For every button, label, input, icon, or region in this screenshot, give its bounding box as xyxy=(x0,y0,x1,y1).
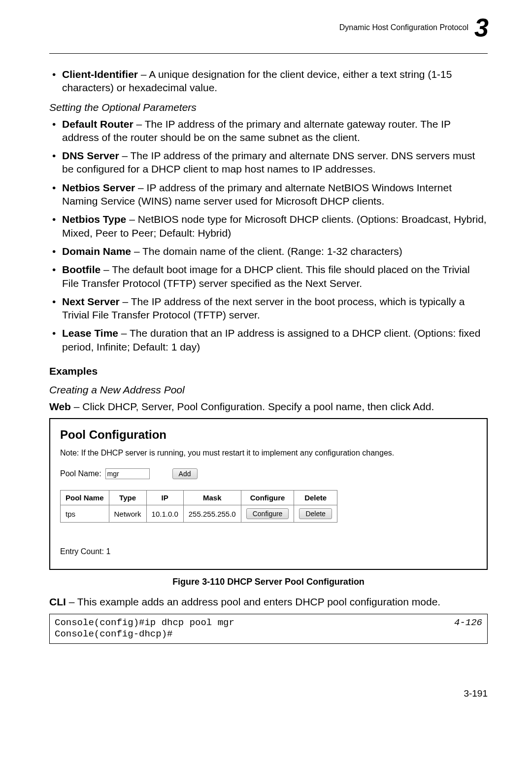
col-pool-name: Pool Name xyxy=(61,491,109,505)
term: Default Router xyxy=(62,118,133,130)
col-configure: Configure xyxy=(241,491,294,505)
cli-page-ref: 4-126 xyxy=(454,617,482,629)
examples-heading: Examples xyxy=(49,365,488,377)
col-ip: IP xyxy=(146,491,183,505)
term: Netbios Type xyxy=(62,213,126,225)
header-title: Dynamic Host Configuration Protocol xyxy=(339,23,468,32)
cell-ip: 10.1.0.0 xyxy=(146,505,183,523)
list-item: DNS Server – The IP address of the prima… xyxy=(62,149,488,176)
term: Netbios Server xyxy=(62,182,135,193)
figure-title: Pool Configuration xyxy=(60,428,477,442)
list-item: Netbios Type – NetBIOS node type for Mic… xyxy=(62,212,488,240)
cli-rest: – This example adds an address pool and … xyxy=(66,596,440,607)
term: Lease Time xyxy=(62,327,118,339)
cell-mask: 255.255.255.0 xyxy=(183,505,241,523)
delete-button[interactable]: Delete xyxy=(299,508,332,519)
chapter-number: 3 xyxy=(474,15,488,40)
page-header: Dynamic Host Configuration Protocol 3 xyxy=(49,15,488,40)
pool-table: Pool Name Type IP Mask Configure Delete … xyxy=(60,490,337,523)
add-button[interactable]: Add xyxy=(172,468,198,479)
desc: – The IP address of the next server in t… xyxy=(62,296,465,320)
page-number: 3-191 xyxy=(49,688,488,699)
term: Bootfile xyxy=(62,264,100,275)
header-rule xyxy=(49,53,488,54)
cell-delete: Delete xyxy=(294,505,337,523)
pool-name-label: Pool Name: xyxy=(60,469,101,478)
optional-params-heading: Setting the Optional Parameters xyxy=(49,102,488,113)
list-item: Netbios Server – IP address of the prima… xyxy=(62,181,488,208)
desc: – The IP address of the primary and alte… xyxy=(62,150,475,175)
term: Client-Identifier xyxy=(62,69,138,80)
cli-prefix: CLI xyxy=(49,596,66,607)
col-delete: Delete xyxy=(294,491,337,505)
list-item: Next Server – The IP address of the next… xyxy=(62,295,488,322)
web-prefix: Web xyxy=(49,401,71,412)
term: Next Server xyxy=(62,296,120,307)
col-type: Type xyxy=(109,491,146,505)
list-item: Domain Name – The domain name of the cli… xyxy=(62,245,488,258)
configure-button[interactable]: Configure xyxy=(246,508,289,519)
cell-type: Network xyxy=(109,505,146,523)
term: Domain Name xyxy=(62,246,131,257)
list-item: Lease Time – The duration that an IP add… xyxy=(62,326,488,353)
cell-configure: Configure xyxy=(241,505,294,523)
list-item: Bootfile – The default boot image for a … xyxy=(62,263,488,290)
optional-bullet-list: Default Router – The IP address of the p… xyxy=(49,117,488,353)
cell-pool-name: tps xyxy=(61,505,109,523)
pool-name-input[interactable] xyxy=(105,468,150,479)
cli-commands: Console(config)#ip dhcp pool mgr Console… xyxy=(55,617,234,641)
cli-instructions: CLI – This example adds an address pool … xyxy=(49,595,488,608)
cli-box: Console(config)#ip dhcp pool mgr Console… xyxy=(49,614,488,644)
creating-pool-heading: Creating a New Address Pool xyxy=(49,384,488,396)
figure-note: Note: If the DHCP server is running, you… xyxy=(60,449,477,457)
web-rest: – Click DHCP, Server, Pool Configuration… xyxy=(71,401,434,412)
web-instructions: Web – Click DHCP, Server, Pool Configura… xyxy=(49,400,488,413)
table-row: tps Network 10.1.0.0 255.255.255.0 Confi… xyxy=(61,505,337,523)
col-mask: Mask xyxy=(183,491,241,505)
entry-count: Entry Count: 1 xyxy=(60,547,477,556)
desc: – The duration that an IP address is ass… xyxy=(62,327,480,352)
table-header-row: Pool Name Type IP Mask Configure Delete xyxy=(61,491,337,505)
desc: – NetBIOS node type for Microsoft DHCP c… xyxy=(62,213,487,238)
desc: – The domain name of the client. (Range:… xyxy=(131,246,402,257)
list-item: Default Router – The IP address of the p… xyxy=(62,117,488,144)
list-item: Client-Identifier – A unique designation… xyxy=(62,68,488,95)
top-bullet-list: Client-Identifier – A unique designation… xyxy=(49,68,488,95)
pool-config-figure: Pool Configuration Note: If the DHCP ser… xyxy=(49,418,488,570)
figure-caption: Figure 3-110 DHCP Server Pool Configurat… xyxy=(49,577,488,587)
pool-name-row: Pool Name: Add xyxy=(60,468,477,479)
term: DNS Server xyxy=(62,150,119,161)
desc: – The default boot image for a DHCP clie… xyxy=(62,264,470,288)
